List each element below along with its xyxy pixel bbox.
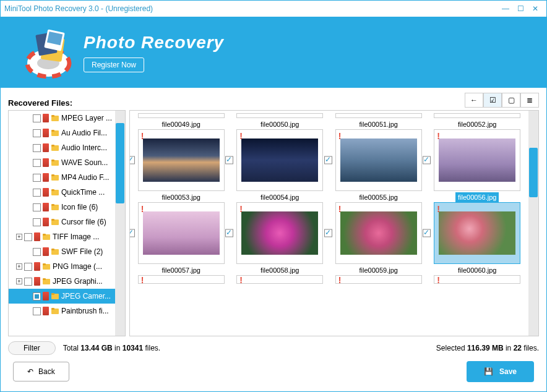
filter-button[interactable]: Filter [8,341,56,355]
thumbnail-cell[interactable]: file00053.jpg! [132,192,230,264]
folder-icon [51,129,59,137]
thumbnail-cell[interactable]: file00049.jpg! [132,119,230,191]
tree-item[interactable]: Icon file (6) [9,200,125,215]
warning-icon: ! [437,131,440,141]
tree-checkbox[interactable] [33,129,41,137]
thumbnail-box[interactable]: ! [434,129,520,191]
svg-rect-24 [43,234,46,236]
thumbnail-image [340,138,417,182]
tree-checkbox[interactable] [24,278,32,286]
save-button[interactable]: 💾 Save [467,361,534,382]
thumbnail-cell[interactable]: file00058.jpg! [231,265,329,284]
svg-rect-14 [51,160,54,161]
tree-item[interactable]: JPEG Camer... [9,289,125,304]
thumbnail-box[interactable]: ! [138,129,225,191]
thumbnail-checkbox[interactable] [423,156,431,164]
thumbnail-image [241,211,318,255]
tree-checkbox[interactable] [33,218,41,226]
footer: ↶ Back 💾 Save [1,355,546,388]
single-view-icon[interactable]: ▢ [502,93,520,108]
tree-item[interactable]: WAVE Soun... [9,155,125,170]
thumbnail-checkbox[interactable] [129,229,135,237]
tree-checkbox[interactable] [33,144,41,152]
thumbnail-checkbox[interactable] [225,156,233,164]
tree-item[interactable]: +TIFF Image ... [9,229,125,244]
filetype-icon [43,188,49,197]
tree-item-label: Au Audio Fil... [61,129,107,137]
thumbnail-box[interactable]: ! [335,129,422,191]
svg-rect-26 [51,249,54,250]
folder-icon [51,247,59,256]
tree-item[interactable]: +JPEG Graphi... [9,274,125,289]
tree-item[interactable]: MPEG Layer ... [9,111,125,126]
folder-icon [42,277,51,286]
thumbnail-box[interactable]: ! [434,202,520,264]
svg-rect-18 [51,189,54,191]
status-bar: Filter Total 13.44 GB in 10341 files. Se… [1,336,546,355]
thumbnail-checkbox[interactable] [423,229,431,237]
selected-status: Selected 116.39 MB in 22 files. [436,344,539,352]
thumbnail-checkbox[interactable] [324,229,332,237]
thumbnail-partial: ! [434,275,520,284]
grid-scrollbar[interactable] [528,111,538,336]
tree-item[interactable]: Audio Interc... [9,140,125,155]
tree-checkbox[interactable] [33,114,41,122]
thumbnail-cell[interactable]: file00051.jpg! [330,119,428,191]
thumbnail-cell[interactable]: file00056.jpg! [429,192,527,264]
close-button[interactable]: ✕ [528,2,543,15]
thumbnail-checkbox[interactable] [225,229,233,237]
tree-checkbox[interactable] [33,248,41,256]
filetype-icon [43,247,49,256]
folder-icon [51,203,59,211]
tree-checkbox[interactable] [33,203,41,211]
tree-item[interactable]: QuickTime ... [9,185,125,200]
tree-scrollbar[interactable] [115,111,125,336]
thumbnail-box[interactable]: ! [138,202,225,264]
list-view-icon[interactable]: ≣ [520,93,539,108]
thumbnail-cell[interactable]: file00054.jpg! [231,192,329,264]
thumbnail-cell[interactable]: file00055.jpg! [330,192,428,264]
thumbnail-cell[interactable]: file00052.jpg! [429,119,527,191]
tree-item[interactable]: Au Audio Fil... [9,126,125,140]
tree-item[interactable]: Paintbrush fi... [9,304,125,318]
back-arrow-icon[interactable]: ← [465,93,483,108]
tree-checkbox[interactable] [33,174,41,182]
tree-checkbox[interactable] [24,233,32,241]
maximize-button[interactable]: ☐ [513,2,528,15]
save-icon: 💾 [484,367,493,376]
tree-checkbox[interactable] [24,263,32,271]
thumbnail-cell[interactable]: file00050.jpg! [231,119,329,191]
thumbnail-grid: file00049.jpg!file00050.jpg!file00051.jp… [129,110,539,336]
tree-checkbox[interactable] [33,159,41,167]
expand-icon[interactable]: + [16,263,22,270]
thumbnail-checkbox[interactable] [129,156,135,164]
tree-item[interactable]: +PNG Image (... [9,259,125,274]
thumbnail-box[interactable]: ! [236,202,323,264]
check-view-icon[interactable]: ☑ [483,93,502,108]
tree-checkbox[interactable] [33,307,41,315]
thumbnail-partial: ! [335,275,422,284]
thumbnail-cell[interactable]: file00059.jpg! [330,265,428,284]
tree-item[interactable]: SWF File (2) [9,244,125,259]
expand-icon[interactable]: + [16,278,22,284]
thumbnail-box[interactable]: ! [335,202,422,264]
thumbnail-partial [434,113,520,118]
tree-checkbox[interactable] [33,189,41,197]
minimize-button[interactable]: — [498,2,513,15]
register-button[interactable]: Register Now [84,58,144,72]
tree-item[interactable]: MP4 Audio F... [9,170,125,185]
thumbnail-cell[interactable]: file00060.jpg! [429,265,527,284]
app-logo-icon [15,22,84,83]
thumbnail-image [439,211,515,255]
tree-item[interactable]: Cursor file (6) [9,215,125,229]
thumbnail-checkbox[interactable] [324,156,332,164]
filetype-icon [34,262,40,271]
expand-icon[interactable]: + [16,234,22,240]
tree-checkbox[interactable] [33,292,41,300]
thumbnail-box[interactable]: ! [236,129,323,191]
filetype-icon [34,277,40,286]
thumbnail-cell[interactable]: file00057.jpg! [132,265,230,284]
thumbnail-filename: file00056.jpg [455,192,499,202]
filetype-icon [43,173,49,182]
back-button[interactable]: ↶ Back [13,362,69,381]
